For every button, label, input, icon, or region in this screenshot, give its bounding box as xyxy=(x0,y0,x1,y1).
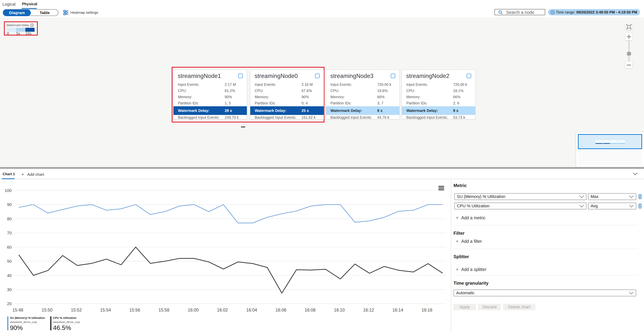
svg-text:15:54: 15:54 xyxy=(100,308,111,313)
svg-text:70: 70 xyxy=(7,231,12,235)
svg-text:15:50: 15:50 xyxy=(42,308,52,313)
svg-text:50: 50 xyxy=(7,259,12,264)
svg-text:15:48: 15:48 xyxy=(12,308,23,313)
svg-text:30: 30 xyxy=(7,287,12,292)
svg-text:20: 20 xyxy=(7,301,12,306)
svg-text:16:12: 16:12 xyxy=(363,308,374,313)
svg-text:15:52: 15:52 xyxy=(71,308,82,313)
svg-text:16:16: 16:16 xyxy=(422,308,432,313)
svg-text:60: 60 xyxy=(7,245,12,250)
svg-text:100: 100 xyxy=(5,188,12,193)
svg-text:40: 40 xyxy=(7,273,12,278)
svg-text:16:10: 16:10 xyxy=(334,308,345,313)
svg-text:80: 80 xyxy=(7,217,12,221)
svg-text:15:58: 15:58 xyxy=(158,308,170,313)
svg-text:16:14: 16:14 xyxy=(392,308,403,313)
svg-text:16:02: 16:02 xyxy=(217,308,228,313)
svg-text:16:08: 16:08 xyxy=(305,308,316,313)
svg-text:16:04: 16:04 xyxy=(246,308,257,313)
svg-text:15:56: 15:56 xyxy=(130,308,140,313)
svg-text:90: 90 xyxy=(7,202,12,207)
svg-text:16:00: 16:00 xyxy=(188,308,199,313)
svg-text:16:06: 16:06 xyxy=(276,308,286,313)
